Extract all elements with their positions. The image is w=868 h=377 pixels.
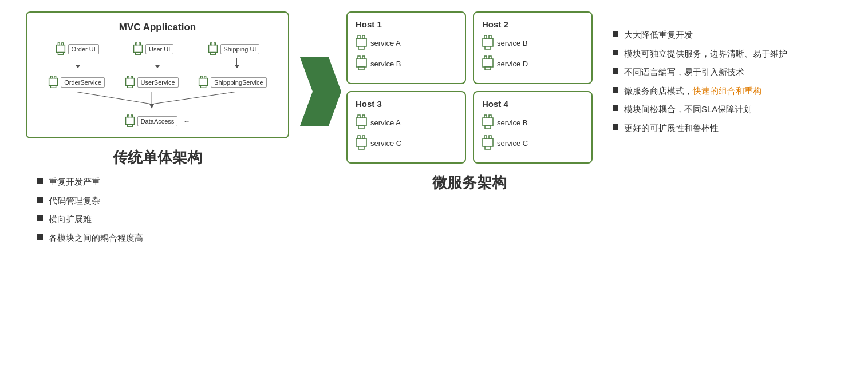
svg-rect-45 [483, 59, 493, 67]
svg-rect-46 [484, 56, 487, 59]
right-bullet-sq-4 [613, 105, 618, 111]
vline-1 [78, 58, 78, 65]
trad-bullet-text-1: 代码管理复杂 [49, 195, 100, 208]
trad-bullet-3: 各模块之间的耦合程度高 [37, 232, 278, 245]
svg-rect-38 [358, 56, 360, 59]
svg-rect-51 [362, 115, 365, 118]
host1-svc-b-label: service B [370, 59, 401, 68]
svg-rect-48 [485, 67, 491, 70]
user-ui-component: User UI [133, 42, 173, 56]
host2-svc-d: service D [482, 55, 583, 72]
bullet-square-0 [37, 178, 43, 184]
svg-rect-7 [135, 53, 140, 55]
trad-bullet-0: 重复开发严重 [37, 176, 278, 189]
arrows-to-svc [38, 58, 277, 70]
host-2-box: Host 2 service B [473, 11, 593, 84]
svg-rect-21 [200, 76, 202, 78]
svg-rect-62 [484, 136, 487, 138]
svg-rect-49 [356, 118, 366, 126]
svg-rect-43 [489, 35, 491, 38]
svg-rect-17 [127, 76, 129, 78]
arrowhead-1 [76, 65, 80, 68]
svg-rect-54 [358, 136, 360, 138]
middle-arrow-section [298, 11, 344, 126]
da-row: DataAccess ← [38, 114, 277, 128]
host-2-title: Host 2 [482, 19, 583, 29]
right-bullet-text-5: 更好的可扩展性和鲁棒性 [624, 122, 719, 135]
right-section: Host 1 service A [344, 11, 595, 193]
right-bullet-sq-1 [613, 50, 618, 55]
svg-rect-34 [358, 35, 360, 38]
svg-rect-4 [134, 45, 143, 53]
svg-rect-31 [127, 125, 132, 127]
far-right-section: 大大降低重复开发 模块可独立提供服务，边界清晰、易于维护 不同语言编写，易于引入… [595, 11, 851, 140]
svc-row: OrderService UserService [38, 76, 277, 89]
order-svc-component: OrderService [48, 76, 105, 89]
trad-bullet-1: 代码管理复杂 [37, 195, 278, 208]
svg-marker-27 [149, 104, 154, 109]
svg-rect-22 [204, 76, 206, 78]
svg-rect-63 [489, 136, 491, 138]
svg-rect-40 [358, 67, 364, 70]
svg-rect-18 [131, 76, 132, 78]
trad-bullet-text-3: 各模块之间的耦合程度高 [49, 232, 143, 245]
highlight-text: 快速的组合和重构 [693, 86, 762, 96]
right-bullet-sq-3 [613, 87, 618, 93]
right-bullet-5: 更好的可扩展性和鲁棒性 [613, 122, 851, 135]
svg-line-26 [152, 92, 237, 104]
svg-rect-23 [200, 86, 206, 88]
user-svc-label: UserService [137, 77, 179, 88]
svg-rect-60 [485, 126, 491, 129]
user-svc-component: UserService [125, 76, 179, 89]
host1-svc-b: service B [356, 55, 457, 72]
svg-rect-58 [484, 115, 487, 118]
shipping-svc-label: ShipppingService [211, 77, 267, 88]
svg-rect-36 [358, 46, 364, 49]
right-bullet-3: 微服务商店模式，快速的组合和重构 [613, 85, 851, 98]
trad-bullet-2: 横向扩展难 [37, 213, 278, 226]
order-ui-label: Order UI [68, 44, 99, 54]
host2-svc-b: service B [482, 35, 583, 51]
trad-bullet-text-2: 横向扩展难 [49, 213, 92, 226]
right-bullet-text-3: 微服务商店模式，快速的组合和重构 [624, 85, 762, 98]
arrowhead-3 [235, 65, 239, 68]
svg-rect-39 [362, 56, 365, 59]
hosts-grid: Host 1 service A [346, 11, 593, 164]
host2-svc-b-label: service B [497, 39, 527, 47]
svg-rect-12 [49, 78, 58, 86]
svg-rect-16 [125, 78, 134, 86]
svg-rect-3 [58, 53, 63, 55]
svg-rect-53 [356, 138, 366, 146]
right-bullet-text-0: 大大降低重复开发 [624, 29, 693, 42]
host3-svc-c: service C [356, 135, 457, 151]
order-ui-component: Order UI [56, 42, 99, 56]
mvc-diagram: Order UI User UI [38, 42, 277, 128]
host2-svc-d-label: service D [497, 59, 528, 68]
arrows-to-da [38, 92, 277, 109]
svg-rect-11 [210, 53, 215, 55]
host-4-title: Host 4 [482, 99, 583, 109]
arrow-1 [76, 58, 80, 68]
svg-rect-28 [125, 117, 134, 125]
host-3-box: Host 3 service A [346, 91, 466, 164]
host4-svc-b-label: service B [497, 118, 527, 127]
svg-rect-8 [208, 45, 217, 53]
micro-title: 微服务架构 [432, 173, 507, 193]
svg-rect-9 [210, 43, 212, 45]
order-svc-label: OrderService [61, 77, 105, 88]
svg-rect-6 [139, 43, 141, 45]
right-bullet-2: 不同语言编写，易于引入新技术 [613, 66, 851, 79]
svg-rect-47 [489, 56, 491, 59]
svg-line-24 [75, 92, 152, 104]
svg-rect-52 [358, 126, 364, 129]
host-4-box: Host 4 service B [473, 91, 593, 164]
host4-svc-c-label: service C [497, 139, 528, 148]
host3-svc-a: service A [356, 114, 457, 130]
svg-rect-13 [51, 76, 53, 78]
svg-rect-50 [358, 115, 360, 118]
host1-svc-a: service A [356, 35, 457, 51]
arrow-3 [235, 58, 239, 68]
da-component: DataAccess ← [125, 114, 191, 128]
trad-bullet-list: 重复开发严重 代码管理复杂 横向扩展难 各模块之间的耦合程度高 [37, 176, 278, 250]
svg-rect-42 [484, 35, 487, 38]
